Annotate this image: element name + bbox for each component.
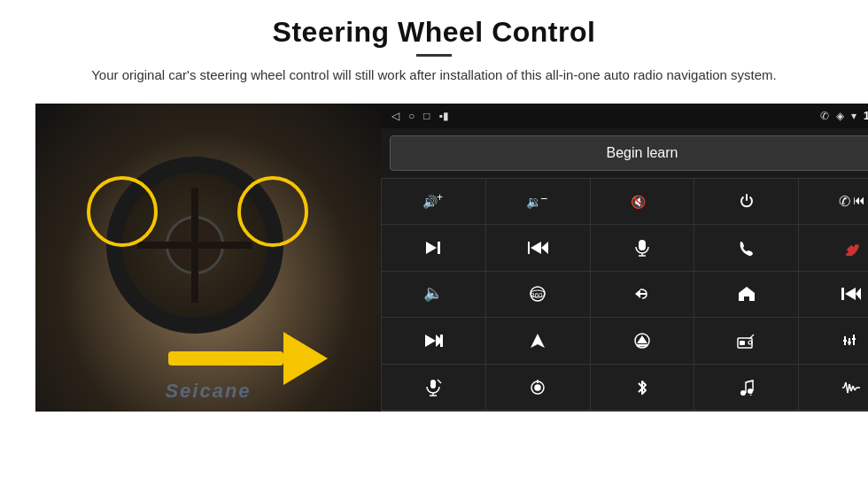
- svg-marker-20: [739, 287, 755, 301]
- svg-text:✆: ✆: [839, 194, 850, 209]
- status-bar-left: ◁ ○ □ ▪▮: [391, 110, 449, 122]
- radio-button[interactable]: [694, 318, 798, 364]
- begin-learn-row: Begin learn: [381, 128, 868, 178]
- content-area: Seicane ◁ ○ □ ▪▮ ✆ ◈ ▾ 15:52: [35, 104, 833, 412]
- svg-line-44: [438, 380, 441, 383]
- svg-text:⏮: ⏮: [853, 193, 864, 207]
- home-button[interactable]: [694, 272, 798, 318]
- location-status-icon: ◈: [836, 110, 844, 122]
- svg-rect-12: [639, 240, 646, 250]
- vol-up-button[interactable]: 🔊 +: [382, 179, 485, 225]
- call-button[interactable]: [694, 225, 798, 271]
- svg-text:🔇: 🔇: [631, 195, 647, 210]
- svg-text:−: −: [540, 192, 547, 205]
- page-title: Steering Wheel Control: [35, 16, 833, 49]
- power-button[interactable]: [694, 179, 798, 225]
- svg-point-46: [535, 385, 540, 390]
- arrow-body: [168, 351, 283, 366]
- phone-status-icon: ✆: [820, 110, 829, 122]
- svg-text:+: +: [437, 192, 443, 204]
- control-grid: 🔊 + 🔉 − 🔇: [381, 178, 868, 412]
- svg-point-48: [740, 390, 746, 396]
- svg-point-33: [748, 341, 752, 344]
- highlight-circle-right: [237, 176, 308, 247]
- next-track-button[interactable]: [382, 225, 485, 271]
- svg-marker-24: [425, 335, 436, 347]
- arrow-head: [283, 332, 328, 385]
- subtitle: Your original car's steering wheel contr…: [71, 65, 797, 86]
- signal-icon: ▪▮: [439, 110, 449, 122]
- spoke-vertical: [191, 188, 198, 303]
- eject-button[interactable]: [591, 318, 694, 364]
- svg-line-50: [746, 381, 753, 382]
- svg-text:♩: ♩: [749, 390, 752, 396]
- svg-marker-22: [845, 288, 856, 300]
- skip-back-button[interactable]: [799, 272, 868, 318]
- phone-prev-button[interactable]: ✆ ⏮: [799, 179, 868, 225]
- svg-line-59: [855, 388, 856, 390]
- microphone-button[interactable]: [591, 225, 694, 271]
- skip-forward-button[interactable]: [486, 225, 590, 271]
- car-image-section: Seicane: [35, 104, 381, 412]
- svg-marker-27: [531, 334, 545, 348]
- mute-button[interactable]: 🔇: [591, 179, 694, 225]
- svg-rect-30: [637, 344, 647, 347]
- status-bar: ◁ ○ □ ▪▮ ✆ ◈ ▾ 15:52: [381, 104, 868, 128]
- title-divider: [416, 54, 452, 57]
- begin-learn-button[interactable]: Begin learn: [390, 135, 868, 171]
- svg-rect-41: [430, 380, 436, 389]
- svg-text:🔈: 🔈: [423, 285, 443, 303]
- music-button[interactable]: ♩: [694, 365, 798, 411]
- svg-rect-21: [841, 288, 844, 300]
- svg-rect-32: [740, 341, 745, 345]
- svg-text:360: 360: [531, 291, 543, 299]
- waveform-button[interactable]: [799, 365, 868, 411]
- equalizer-button[interactable]: [799, 318, 868, 364]
- back-button[interactable]: [591, 272, 694, 318]
- arrow-indicator: [168, 332, 328, 385]
- status-bar-right: ✆ ◈ ▾ 15:52: [820, 109, 868, 122]
- navigation-button[interactable]: [486, 318, 590, 364]
- svg-marker-23: [856, 288, 861, 300]
- android-ui-wrapper: ◁ ○ □ ▪▮ ✆ ◈ ▾ 15:52 Begin learn: [381, 104, 868, 412]
- clock: 15:52: [864, 109, 868, 122]
- back-nav-icon[interactable]: ◁: [391, 110, 399, 122]
- android-ui: ◁ ○ □ ▪▮ ✆ ◈ ▾ 15:52 Begin learn: [381, 104, 868, 412]
- svg-rect-8: [438, 242, 440, 254]
- svg-marker-7: [426, 242, 437, 254]
- svg-marker-29: [637, 335, 647, 343]
- svg-rect-26: [440, 335, 443, 347]
- svg-marker-10: [531, 242, 541, 254]
- svg-marker-11: [541, 242, 548, 254]
- vol-down-button[interactable]: 🔉 −: [486, 179, 590, 225]
- skip-fwd-button[interactable]: [382, 318, 485, 364]
- recent-nav-icon[interactable]: □: [423, 110, 430, 122]
- home-nav-icon[interactable]: ○: [408, 110, 415, 122]
- end-call-button[interactable]: [799, 225, 868, 271]
- 360-view-button[interactable]: 360: [486, 272, 590, 318]
- settings-knob-button[interactable]: [486, 365, 590, 411]
- seicane-watermark: Seicane: [165, 380, 251, 403]
- svg-marker-19: [635, 289, 640, 298]
- microphone2-button[interactable]: [382, 365, 485, 411]
- highlight-circle-left: [87, 176, 158, 247]
- page-container: Steering Wheel Control Your original car…: [0, 0, 868, 485]
- speaker-button[interactable]: 🔈: [382, 272, 485, 318]
- wifi-status-icon: ▾: [851, 110, 856, 122]
- bluetooth-button[interactable]: [591, 365, 694, 411]
- title-section: Steering Wheel Control Your original car…: [35, 16, 833, 98]
